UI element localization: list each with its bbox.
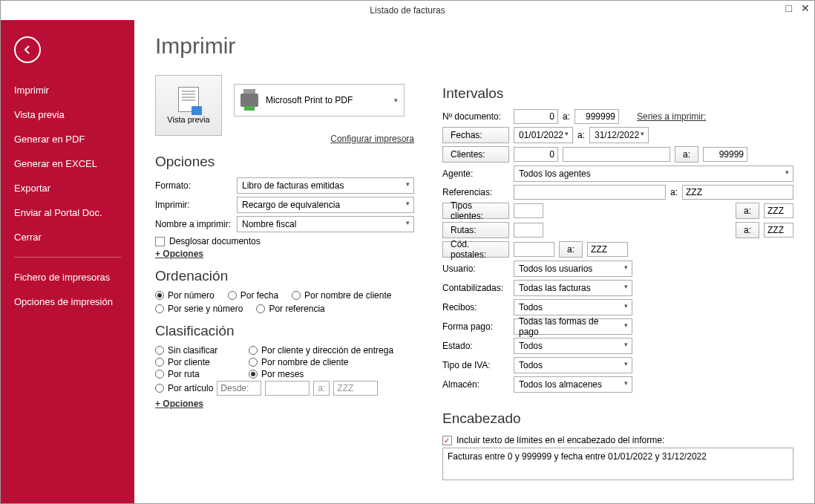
close-icon[interactable]: ✕: [801, 2, 810, 14]
rutas-from-input[interactable]: [514, 223, 543, 238]
radio-por-nombre-cliente-2[interactable]: Por nombre de cliente: [249, 357, 414, 367]
tipos-to-input[interactable]: [764, 203, 793, 218]
tipos-a-button[interactable]: a:: [736, 203, 759, 219]
configure-printer-link[interactable]: Configurar impresora: [330, 134, 414, 144]
almacen-select[interactable]: Todos los almacenes: [514, 376, 632, 393]
clasif-mas-opciones-link[interactable]: + Opciones: [155, 399, 414, 409]
formato-select[interactable]: Libro de facturas emitidas: [237, 177, 414, 194]
clasificacion-heading: Clasificación: [155, 323, 414, 339]
contab-label: Contabilizadas:: [442, 283, 509, 293]
sidebar-item-imprimir[interactable]: Imprimir: [1, 78, 134, 102]
sidebar-item-excel[interactable]: Generar en EXCEL: [1, 151, 134, 176]
radio-por-nombre-cliente[interactable]: Por nombre de cliente: [292, 290, 391, 301]
printer-icon: [240, 94, 258, 107]
recibos-label: Recibos:: [442, 302, 509, 312]
iva-select[interactable]: Todos: [514, 357, 632, 373]
desglosar-checkbox[interactable]: [155, 237, 165, 246]
back-button[interactable]: [14, 36, 41, 63]
titlebar: Listado de facturas □ ✕: [1, 1, 814, 20]
ordenacion-heading: Ordenación: [155, 268, 414, 284]
ref-label: Referencias:: [442, 187, 509, 197]
maximize-icon[interactable]: □: [786, 2, 792, 14]
radio-por-numero[interactable]: Por número: [155, 290, 215, 301]
imprimir-select[interactable]: Recargo de equivalencia: [237, 197, 414, 213]
cp-from-input[interactable]: [514, 242, 554, 257]
doc-label: Nº documento:: [442, 111, 509, 122]
radio-por-articulo[interactable]: Por artículo: [155, 383, 213, 393]
agente-select[interactable]: Todos los agentes: [514, 166, 793, 182]
radio-sin-clasificar[interactable]: Sin clasificar: [155, 345, 244, 356]
agente-label: Agente:: [442, 168, 509, 179]
cliente-from-input[interactable]: [514, 147, 558, 162]
sidebar-item-vista-previa[interactable]: Vista previa: [1, 102, 134, 127]
encabezado-heading: Encabezado: [442, 410, 793, 427]
sidebar-item-exportar[interactable]: Exportar: [1, 176, 134, 200]
fecha-from-select[interactable]: 01/01/2022: [514, 127, 573, 143]
clientes-button[interactable]: Clientes:: [442, 146, 509, 163]
desglosar-label: Desglosar documentos: [169, 236, 261, 246]
print-dialog-window: Listado de facturas □ ✕ Imprimir Vista p…: [0, 0, 815, 504]
sidebar-item-cerrar[interactable]: Cerrar: [1, 225, 134, 249]
radio-por-cliente[interactable]: Por cliente: [155, 357, 244, 367]
sidebar-item-opciones-impresion[interactable]: Opciones de impresión: [1, 289, 134, 314]
estado-select[interactable]: Todos: [514, 338, 632, 354]
almacen-label: Almacén:: [442, 379, 509, 390]
cliente-from-name[interactable]: [563, 147, 670, 162]
page-title: Imprimir: [155, 33, 414, 59]
intervalos-heading: Intervalos: [442, 85, 793, 102]
sidebar-separator: [14, 257, 121, 258]
contab-select[interactable]: Todas las facturas: [514, 280, 632, 296]
forma-label: Forma pago:: [442, 321, 509, 332]
ref-from-input[interactable]: [514, 185, 666, 200]
incluir-limites-checkbox[interactable]: ✓: [442, 436, 452, 445]
chevron-down-icon: ▾: [394, 96, 398, 104]
sidebar-item-pdf[interactable]: Generar en PDF: [1, 127, 134, 151]
rutas-to-input[interactable]: [764, 223, 793, 238]
incluir-limites-label: Incluir texto de límites en el encabezad…: [456, 435, 664, 445]
estado-label: Estado:: [442, 341, 509, 351]
radio-cliente-direccion[interactable]: Por cliente y dirección de entrega: [249, 345, 414, 356]
nombre-label: Nombre a imprimir:: [155, 219, 237, 229]
doc-a-label: a:: [563, 111, 570, 122]
clasif-desde-input[interactable]: [217, 381, 261, 396]
nombre-select[interactable]: Nombre fiscal: [237, 216, 414, 232]
tipos-from-input[interactable]: [514, 203, 543, 218]
doc-from-input[interactable]: [514, 109, 558, 124]
formato-label: Formato:: [155, 180, 237, 191]
doc-to-input[interactable]: [575, 109, 619, 124]
radio-por-fecha[interactable]: Por fecha: [228, 290, 278, 301]
usuario-select[interactable]: Todos los usuarios: [514, 261, 632, 277]
radio-por-referencia[interactable]: Por referencia: [256, 304, 324, 314]
imprimir-label: Imprimir:: [155, 200, 237, 210]
rutas-button[interactable]: Rutas:: [442, 222, 509, 238]
forma-select[interactable]: Todas las formas de pago: [514, 318, 632, 335]
sidebar-item-portal-doc[interactable]: Enviar al Portal Doc.: [1, 200, 134, 225]
recibos-select[interactable]: Todos: [514, 299, 632, 315]
cliente-to-input[interactable]: [703, 147, 747, 162]
document-preview-icon: [178, 87, 199, 112]
fechas-button[interactable]: Fechas:: [442, 127, 509, 143]
iva-label: Tipo de IVA:: [442, 360, 509, 370]
ordenacion-radios: Por número Por fecha Por nombre de clien…: [155, 290, 414, 314]
encabezado-textarea[interactable]: [442, 448, 793, 480]
mas-opciones-link[interactable]: + Opciones: [155, 249, 414, 259]
tipos-button[interactable]: Tipos clientes:: [442, 203, 509, 219]
rutas-a-button[interactable]: a:: [736, 222, 759, 238]
cliente-a-button[interactable]: a:: [675, 146, 698, 163]
vista-previa-button[interactable]: Vista previa: [155, 75, 222, 136]
clasif-a-label[interactable]: [313, 381, 330, 396]
radio-por-meses[interactable]: Por meses: [249, 369, 414, 379]
clasif-desde-value[interactable]: [265, 381, 310, 396]
printer-select[interactable]: Microsoft Print to PDF ▾: [234, 84, 405, 117]
radio-por-serie-numero[interactable]: Por serie y número: [155, 304, 243, 314]
ref-to-input[interactable]: [682, 185, 793, 200]
radio-por-ruta[interactable]: Por ruta: [155, 369, 244, 379]
clasif-a-value[interactable]: [333, 381, 378, 396]
cp-a-button[interactable]: a:: [559, 241, 583, 258]
cp-to-input[interactable]: [587, 242, 628, 257]
fecha-to-select[interactable]: 31/12/2022: [589, 127, 649, 143]
cp-button[interactable]: Cód. postales:: [442, 241, 509, 258]
sidebar-item-fichero-impresoras[interactable]: Fichero de impresoras: [1, 265, 134, 289]
usuario-label: Usuario:: [442, 264, 509, 274]
series-link[interactable]: Series a imprimir:: [637, 111, 706, 122]
